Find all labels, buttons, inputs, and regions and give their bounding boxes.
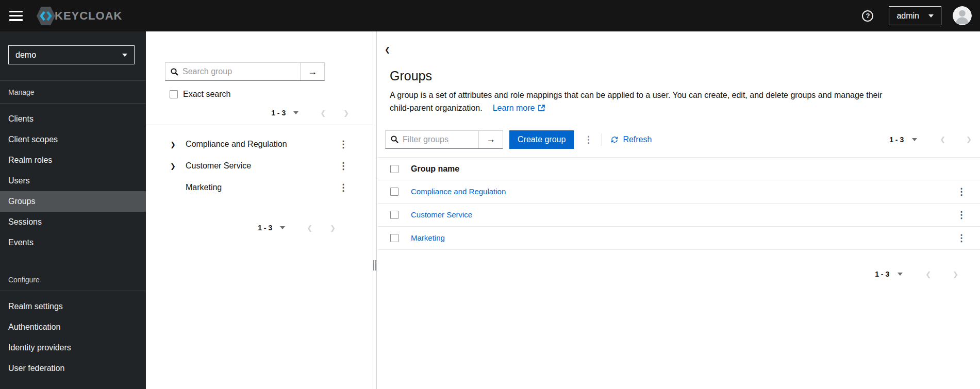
keycloak-logo-icon [35,5,57,27]
pagination-options-toggle[interactable] [898,273,903,276]
group-link[interactable]: Marketing [411,233,445,242]
filter-submit-button[interactable]: → [478,131,503,148]
pagination-prev-icon[interactable]: ❮ [925,270,931,278]
group-search-field [165,63,300,80]
realm-selector[interactable]: demo [8,45,135,64]
tree-item-compliance-and-regulation[interactable]: ❯ Compliance and Regulation ⋮ [146,133,373,155]
refresh-button[interactable]: Refresh [610,135,652,144]
row-kebab-icon[interactable]: ⋮ [955,233,968,243]
sidebar-item-events[interactable]: Events [0,232,146,253]
pagination-next-icon[interactable]: ❯ [330,224,336,232]
collapse-panel-chevron-icon[interactable]: ❮ [385,46,390,54]
expand-chevron-icon[interactable]: ❯ [170,162,181,170]
row-checkbox-cell [378,211,411,219]
sidebar-item-users[interactable]: Users [0,171,146,191]
chevron-down-icon [928,14,934,18]
pagination-next-icon[interactable]: ❯ [966,136,972,143]
realm-selector-area: demo [0,31,146,81]
nav-list-configure: Realm settings Authentication Identity p… [0,291,146,379]
refresh-icon [610,136,619,144]
search-icon [171,68,178,76]
tree-item-customer-service[interactable]: ❯ Customer Service ⋮ [146,155,373,177]
tree-item-marketing[interactable]: Marketing ⋮ [146,177,373,198]
row-kebab-icon[interactable]: ⋮ [955,187,968,196]
sidebar-item-clients[interactable]: Clients [0,109,146,129]
search-submit-button[interactable]: → [300,63,324,80]
pagination-prev-icon[interactable]: ❮ [307,224,312,232]
nav-section-configure: Configure [0,268,146,291]
sidebar-item-realm-roles[interactable]: Realm roles [0,150,146,171]
sidebar-item-realm-settings[interactable]: Realm settings [0,296,146,317]
group-link[interactable]: Compliance and Regulation [411,187,506,196]
description-line-2-text: child-parent organization. [390,104,483,112]
nav-list-manage: Clients Client scopes Realm roles Users … [0,104,146,253]
exact-search-checkbox[interactable] [170,90,178,98]
masthead-right: ? admin [862,6,980,25]
filter-groups-field [386,131,478,148]
masthead: KEYCLOAK ? admin [0,0,980,31]
sidebar-item-groups[interactable]: Groups [0,191,146,212]
tree-pagination-bottom: 1 - 3 ❮ ❯ [146,221,373,234]
panel-splitter[interactable] [373,31,377,389]
splitter-grip-icon [373,260,376,270]
row-actions-cell: ⋮ [943,233,980,243]
pagination-prev-icon[interactable]: ❮ [320,109,326,117]
groups-main-panel: ❮ Groups A group is a set of attributes … [377,31,980,389]
row-checkbox-cell [378,234,411,242]
kebab-menu-icon[interactable]: ⋮ [337,140,350,149]
tree-item-label[interactable]: Compliance and Regulation [186,140,337,149]
learn-more-label: Learn more [493,102,535,114]
avatar[interactable] [953,6,972,25]
brand-text: KEYCLOAK [55,9,122,23]
toolbar-kebab-icon[interactable]: ⋮ [579,135,597,144]
search-group-input[interactable] [182,67,300,76]
user-name: admin [896,11,919,21]
hamburger-bar [9,19,23,21]
sidebar-item-user-federation[interactable]: User federation [0,358,146,379]
row-kebab-icon[interactable]: ⋮ [955,210,968,219]
sidebar-item-identity-providers[interactable]: Identity providers [0,337,146,358]
select-all-checkbox[interactable] [390,165,398,173]
pagination-next-icon[interactable]: ❯ [343,109,349,117]
expand-chevron-icon[interactable]: ❯ [170,141,181,148]
create-group-button[interactable]: Create group [509,130,574,149]
sidebar-item-authentication[interactable]: Authentication [0,317,146,337]
page-title: Groups [390,69,967,83]
chevron-down-icon [280,226,285,229]
group-link[interactable]: Customer Service [411,210,472,219]
pagination-range: 1 - 3 [258,224,272,232]
pagination-prev-icon[interactable]: ❮ [940,136,945,143]
row-checkbox[interactable] [390,234,398,242]
tree-item-label[interactable]: Customer Service [186,161,337,171]
description-line-2: child-parent organization.Learn more [390,104,545,112]
tree-pagination-top: 1 - 3 ❮ ❯ [146,106,373,120]
pagination-options-toggle[interactable] [280,226,285,229]
column-header-group-name: Group name [411,164,943,174]
table-pagination-bottom: 1 - 3 ❮ ❯ [377,267,980,281]
tree-item-label[interactable]: Marketing [186,183,337,192]
pagination-options-toggle[interactable] [293,111,298,114]
chevron-down-icon [122,54,127,57]
table-header-row: Group name [378,157,980,180]
groups-table: Group name Compliance and Regulation ⋮ C… [378,157,980,250]
chevron-down-icon [293,111,298,114]
row-actions-cell: ⋮ [943,210,980,219]
user-menu-dropdown[interactable]: admin [889,6,941,25]
nav-section-manage: Manage [0,81,146,104]
filter-groups-box: → [385,130,503,149]
chevron-down-icon [912,138,917,141]
kebab-menu-icon[interactable]: ⋮ [337,161,350,171]
pagination-next-icon[interactable]: ❯ [953,270,958,278]
pagination-range: 1 - 3 [889,136,904,144]
filter-groups-input[interactable] [403,135,478,144]
sidebar-item-client-scopes[interactable]: Client scopes [0,129,146,150]
learn-more-link[interactable]: Learn more [493,102,545,114]
row-checkbox[interactable] [390,188,398,196]
row-checkbox[interactable] [390,211,398,219]
pagination-options-toggle[interactable] [912,138,917,141]
help-icon[interactable]: ? [862,10,873,22]
kebab-menu-icon[interactable]: ⋮ [337,183,350,192]
nav-toggle-hamburger-icon[interactable] [9,11,23,21]
sidebar-item-sessions[interactable]: Sessions [0,212,146,232]
groups-tree-panel: → Exact search 1 - 3 ❮ ❯ ❯ Compliance an… [146,31,373,389]
